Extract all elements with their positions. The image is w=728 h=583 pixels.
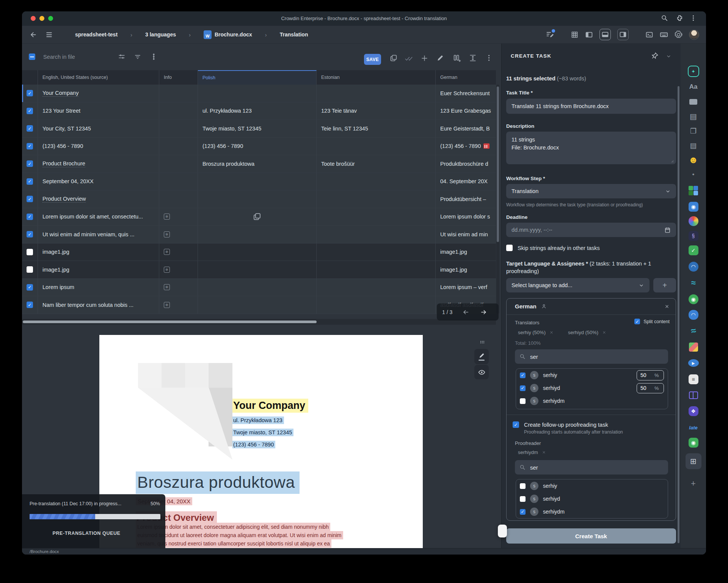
user-checkbox[interactable] [520, 372, 526, 378]
remove-language-icon[interactable] [664, 304, 670, 309]
polish-cell[interactable] [198, 85, 317, 102]
extensions-puzzle-icon[interactable] [676, 14, 683, 22]
textarea-resize-grip[interactable] [668, 157, 674, 163]
ai-spark-icon[interactable]: ✦ [688, 66, 699, 77]
chip-close-icon[interactable] [542, 450, 546, 454]
german-cell[interactable]: image1.jpg [436, 244, 496, 261]
wave-app-icon[interactable]: ≈ [688, 277, 699, 289]
source-text[interactable]: 123 Your Street [38, 102, 159, 120]
header-estonian[interactable]: Estonian [317, 70, 436, 85]
comments-icon[interactable] [688, 96, 699, 107]
row-height-icon[interactable] [469, 54, 477, 62]
row-checkbox[interactable] [27, 196, 33, 202]
add-language-button[interactable]: + [653, 278, 676, 292]
row-checkbox[interactable] [27, 231, 33, 237]
source-text[interactable]: Ut wisi enim ad minim veniam, quis ... [38, 226, 159, 243]
create-task-active-icon[interactable]: ⊞ [686, 453, 701, 469]
header-german[interactable]: German [436, 70, 496, 85]
source-text[interactable]: Your City, ST 12345 [38, 120, 159, 137]
breadcrumb-file[interactable]: Brochure.docx [215, 31, 252, 38]
user-checkbox[interactable] [520, 496, 526, 502]
right-panel-layout-icon[interactable] [617, 29, 629, 40]
row-checkbox[interactable] [27, 125, 33, 132]
translate-app-icon[interactable] [688, 185, 699, 196]
split-content-checkbox[interactable] [634, 319, 640, 324]
split-content-row[interactable]: Split content [634, 319, 670, 324]
percent-input[interactable]: % [637, 370, 664, 380]
user-checkbox[interactable] [520, 398, 526, 404]
estonian-cell[interactable] [317, 208, 436, 226]
followup-row[interactable]: Create follow-up proofreading task Proof… [513, 421, 623, 435]
header-polish[interactable]: Polish [198, 70, 317, 85]
polish-cell[interactable]: ul. Przykładowa 123 [198, 102, 317, 120]
my-tasks-icon[interactable] [546, 30, 554, 39]
settings-gear-icon[interactable] [675, 31, 682, 39]
estonian-cell[interactable]: Toote brošüür [317, 155, 436, 173]
breadcrumb-languages[interactable]: 3 languages [145, 31, 176, 38]
user-checkbox[interactable] [520, 509, 526, 515]
collapse-panel-icon[interactable] [666, 53, 672, 59]
pager-prev-icon[interactable] [462, 308, 470, 316]
header-info[interactable]: Info [159, 70, 198, 85]
table-row[interactable]: Your City, ST 12345 Twoje miasto, ST 123… [22, 120, 496, 138]
german-cell[interactable]: Lorem ipsum dolor s [436, 208, 496, 226]
breadcrumb-page[interactable]: Translation [280, 31, 308, 38]
row-checkbox[interactable] [27, 302, 33, 308]
row-checkbox[interactable] [27, 108, 33, 114]
media-eye-icon[interactable]: ▶ [688, 357, 699, 369]
swirl-app-icon[interactable]: ❖ [688, 405, 699, 417]
edit-pencil-icon[interactable] [436, 54, 444, 62]
header-source[interactable]: English, United States (source) [38, 70, 159, 85]
estonian-cell[interactable] [317, 138, 436, 155]
estonian-cell[interactable]: 123 Teie tänav [317, 102, 436, 120]
table-row[interactable]: Lorem ipsum dolor sit amet, consectetu..… [22, 208, 496, 226]
late-logo-icon[interactable]: late [688, 422, 699, 433]
search-in-file-input[interactable]: Search in file [43, 54, 75, 60]
color-wheel-icon[interactable] [688, 215, 699, 227]
translator-option[interactable]: s serhiy % [516, 369, 668, 382]
polish-cell[interactable] [198, 261, 317, 278]
more-options-icon[interactable] [485, 54, 493, 62]
doc-address-line[interactable]: Twoje miasto, ST 12345 [232, 429, 293, 436]
source-text[interactable]: Your Company [42, 90, 78, 97]
followup-checkbox[interactable] [513, 421, 519, 428]
doc-phone-line[interactable]: (123) 456 - 7890 [232, 441, 275, 448]
doc-paragraph-line[interactable]: euismod tincidunt ut laoreet dolore magn… [136, 531, 343, 539]
row-checkbox[interactable] [27, 143, 33, 149]
emoji-icon[interactable]: ☻ [688, 154, 699, 165]
breadcrumb-project[interactable]: spreadsheet-test [75, 31, 118, 38]
columns-app-icon[interactable] [688, 390, 699, 401]
save-button[interactable]: SAVE [364, 54, 381, 65]
source-text[interactable]: Product Brochure [42, 160, 85, 167]
circle-app-icon[interactable]: ◠ [688, 261, 699, 272]
polish-cell[interactable]: (123) 456 - 7890 [198, 138, 317, 155]
overflow-dot-icon[interactable]: • [688, 169, 699, 180]
source-text[interactable]: Product Overview [42, 196, 86, 203]
back-icon[interactable] [29, 31, 37, 39]
copy-source-icon[interactable] [389, 54, 398, 62]
string-info-icon[interactable]: ✲ [164, 214, 170, 220]
german-cell[interactable]: image1.jpg [436, 261, 496, 278]
polish-cell[interactable] [198, 190, 317, 208]
file-info-icon[interactable]: ▤ [688, 140, 699, 151]
doc-address-line[interactable]: ul. Przykładowa 123 [232, 416, 284, 424]
add-tool-icon[interactable]: + [688, 478, 699, 489]
source-text[interactable]: image1.jpg [38, 244, 159, 261]
estonian-cell[interactable] [317, 85, 436, 102]
bird-swoosh-icon[interactable]: ≈ [687, 324, 700, 338]
translate-icon[interactable]: Aa [688, 81, 699, 93]
source-text[interactable]: Nam liber tempor cum soluta nobis ... [38, 296, 159, 314]
chip-close-icon[interactable] [549, 330, 554, 335]
skip-strings-checkbox[interactable] [506, 245, 513, 251]
manage-columns-icon[interactable] [453, 54, 461, 62]
doc-title[interactable]: Broszura produktowa [136, 471, 300, 494]
side-panel-left-icon[interactable] [585, 31, 593, 39]
string-info-icon[interactable]: ✲ [164, 284, 170, 290]
source-text[interactable]: Lorem ipsum [38, 279, 159, 296]
table-row[interactable]: (123) 456 - 7890 (123) 456 - 7890 (123) … [22, 138, 496, 156]
table-row[interactable]: image1.jpg ✲ image1.jpg [22, 244, 496, 261]
german-cell[interactable]: Ut wisi enim ad min [436, 226, 496, 243]
german-cell[interactable]: 04. September 20X [436, 173, 496, 190]
console-icon[interactable] [645, 31, 653, 39]
browser-menu-icon[interactable] [690, 14, 697, 22]
